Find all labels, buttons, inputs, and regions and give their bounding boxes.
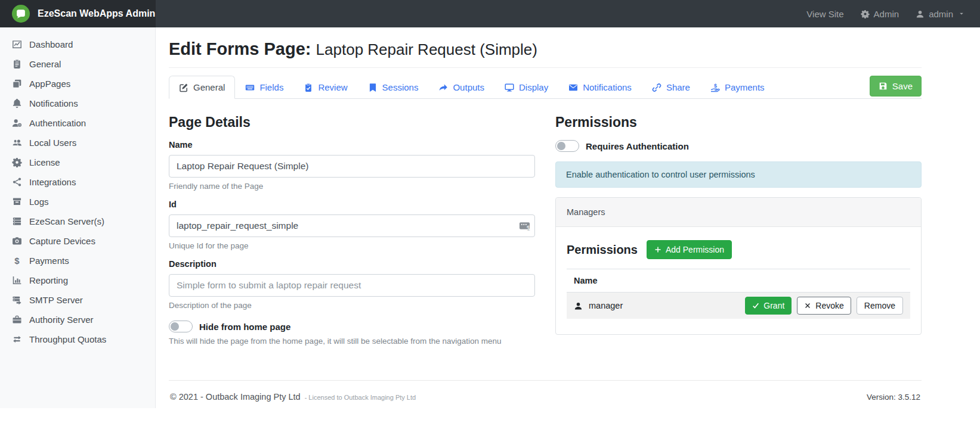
copyright-text: © 2021 - Outback Imaging Pty Ltd	[170, 392, 301, 402]
add-permission-button[interactable]: Add Permission	[647, 240, 732, 259]
tab-display[interactable]: Display	[494, 76, 558, 99]
id-keypad-icon: 1	[519, 220, 530, 232]
svg-text:$: $	[14, 256, 20, 266]
exchange-icon	[12, 334, 22, 344]
navbar-menu: View Site Admin admin	[806, 9, 980, 19]
name-form-group: Name Friendly name of the Page	[169, 140, 535, 191]
bell-icon	[12, 98, 22, 108]
bar-chart-icon	[12, 275, 22, 285]
description-label: Description	[169, 259, 535, 269]
hide-home-help: This will hide the page from the home pa…	[169, 337, 535, 346]
permission-user-name: manager	[589, 301, 623, 310]
app-title: EzeScan WebApps Admin	[38, 8, 155, 19]
x-icon	[804, 302, 811, 309]
sidebar-item-ezescan-servers[interactable]: EzeScan Server(s)	[0, 212, 155, 231]
name-help: Friendly name of the Page	[169, 182, 535, 191]
sidebar-item-apppages[interactable]: AppPages	[0, 74, 155, 94]
nav-user-menu[interactable]: admin	[916, 9, 964, 19]
sidebar-item-capture-devices[interactable]: Capture Devices	[0, 231, 155, 251]
sidebar-item-local-users[interactable]: Local Users	[0, 133, 155, 153]
server-out-icon	[12, 295, 22, 305]
tab-fields[interactable]: Fields	[235, 76, 293, 99]
footer: © 2021 - Outback Imaging Pty Ltd- Licens…	[169, 381, 922, 408]
nav-admin[interactable]: Admin	[861, 9, 899, 19]
users-icon	[12, 138, 22, 148]
grant-button[interactable]: Grant	[745, 297, 792, 315]
app-logo-icon	[12, 5, 30, 23]
save-button[interactable]: Save	[870, 76, 922, 97]
plus-icon	[654, 246, 661, 253]
sidebar-item-smtp-server[interactable]: SMTP Server	[0, 290, 155, 310]
caret-down-icon	[959, 11, 964, 17]
main-content: Edit Forms Page: Laptop Repair Request (…	[156, 27, 980, 408]
managers-card: Managers Permissions Add Permission Name	[555, 197, 922, 335]
description-form-group: Description Description of the page	[169, 259, 535, 310]
permissions-table: Name manager	[567, 269, 910, 319]
permissions-inner-heading: Permissions	[567, 243, 638, 257]
id-input[interactable]	[169, 214, 535, 237]
sidebar-item-dashboard[interactable]: Dashboard	[0, 35, 155, 54]
keyboard-icon	[245, 83, 255, 92]
hide-home-row: Hide from home page	[169, 321, 535, 332]
sidebar-item-general[interactable]: General	[0, 54, 155, 74]
sidebar-item-reporting[interactable]: Reporting	[0, 270, 155, 290]
permissions-section: Permissions Requires Authentication Enab…	[555, 110, 922, 346]
remove-button[interactable]: Remove	[857, 297, 903, 315]
tab-share[interactable]: Share	[642, 76, 700, 99]
dollar-icon: $	[12, 256, 22, 266]
sidebar-item-throughput-quotas[interactable]: Throughput Quotas	[0, 329, 155, 349]
clipboard-check-icon	[304, 83, 313, 92]
floppy-icon	[879, 82, 888, 91]
tab-notifications[interactable]: Notifications	[558, 76, 642, 99]
archive-box-icon	[12, 197, 22, 207]
camera-icon	[12, 236, 22, 246]
edit-icon	[179, 83, 188, 92]
tab-review[interactable]: Review	[293, 76, 357, 99]
sidebar: Dashboard General AppPages Notifications…	[0, 27, 156, 408]
user-key-icon	[12, 118, 22, 128]
requires-auth-toggle[interactable]	[555, 140, 579, 152]
sidebar-item-authentication[interactable]: Authentication	[0, 113, 155, 133]
share-nodes-icon	[12, 177, 22, 187]
version-text: Version: 3.5.12	[867, 393, 920, 402]
user-icon	[916, 10, 925, 18]
briefcase-icon	[12, 315, 22, 325]
pages-icon	[12, 79, 22, 89]
table-row: manager Grant	[567, 293, 910, 319]
cog-icon	[12, 157, 22, 167]
tab-payments[interactable]: $Payments	[700, 76, 775, 99]
sidebar-item-notifications[interactable]: Notifications	[0, 94, 155, 113]
svg-text:$: $	[714, 83, 717, 89]
tab-outputs[interactable]: Outputs	[428, 76, 494, 99]
tab-sessions[interactable]: Sessions	[358, 76, 429, 99]
top-navbar: EzeScan WebApps Admin View Site Admin ad…	[0, 0, 980, 27]
display-icon	[505, 83, 514, 92]
hand-dollar-icon: $	[710, 83, 720, 92]
id-help: Unique Id for the page	[169, 241, 535, 250]
gear-icon	[861, 10, 870, 18]
sidebar-item-integrations[interactable]: Integrations	[0, 172, 155, 192]
sidebar-item-payments[interactable]: $Payments	[0, 251, 155, 270]
name-label: Name	[169, 140, 535, 150]
licensed-text: - Licensed to Outback Imaging Pty Ltd	[305, 394, 416, 401]
tabs-row: General Fields Review Sessions Outputs D…	[169, 74, 922, 99]
page-header: Edit Forms Page: Laptop Repair Request (…	[169, 30, 922, 68]
svg-text:1: 1	[527, 225, 530, 231]
managers-card-header: Managers	[556, 198, 921, 227]
hide-home-toggle[interactable]	[169, 321, 193, 332]
app-brand[interactable]: EzeScan WebApps Admin	[0, 0, 156, 27]
id-form-group: Id 1 Unique Id for the page	[169, 200, 535, 250]
tab-general[interactable]: General	[169, 76, 235, 99]
permissions-heading: Permissions	[555, 114, 922, 130]
id-label: Id	[169, 200, 535, 209]
description-input[interactable]	[169, 274, 535, 297]
sidebar-item-authority-server[interactable]: Authority Server	[0, 310, 155, 329]
nav-view-site[interactable]: View Site	[806, 9, 843, 19]
user-icon	[574, 301, 583, 310]
page-title: Edit Forms Page: Laptop Repair Request (…	[169, 39, 922, 59]
link-icon	[652, 83, 661, 92]
revoke-button[interactable]: Revoke	[797, 297, 851, 315]
sidebar-item-license[interactable]: License	[0, 153, 155, 172]
name-input[interactable]	[169, 155, 535, 178]
sidebar-item-logs[interactable]: Logs	[0, 192, 155, 212]
